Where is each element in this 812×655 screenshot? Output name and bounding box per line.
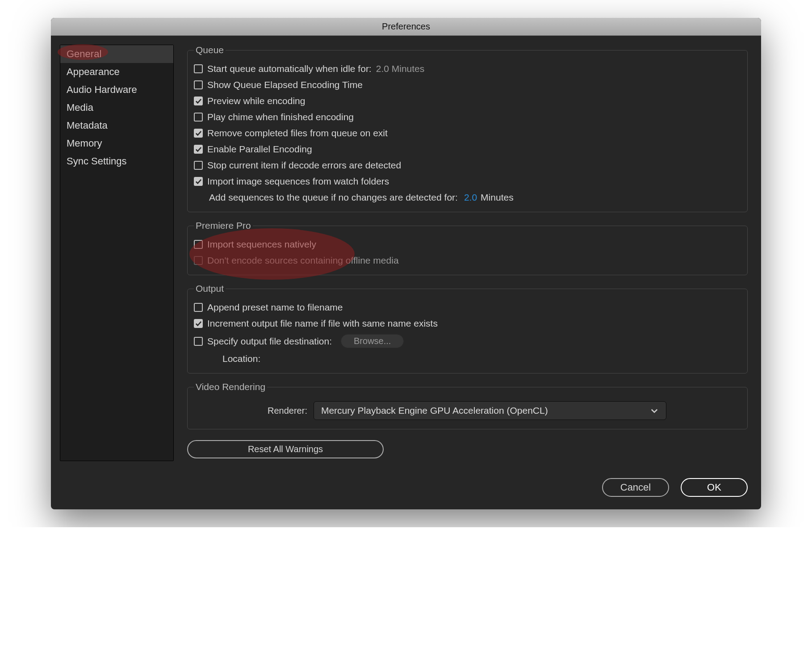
- checkbox-show-elapsed[interactable]: [194, 80, 203, 89]
- main-panel: Queue Start queue automatically when idl…: [187, 45, 752, 461]
- label-renderer: Renderer:: [268, 406, 307, 416]
- sidebar-item-media[interactable]: Media: [60, 99, 173, 117]
- row-play-chime: Play chime when finished encoding: [194, 109, 741, 125]
- ok-button[interactable]: OK: [681, 478, 748, 497]
- renderer-select[interactable]: Mercury Playback Engine GPU Acceleration…: [314, 401, 666, 420]
- row-location: Location:: [194, 351, 741, 367]
- reset-warnings-row: Reset All Warnings: [187, 437, 748, 461]
- row-renderer: Renderer: Mercury Playback Engine GPU Ac…: [194, 398, 741, 423]
- checkbox-start-idle[interactable]: [194, 64, 203, 73]
- window-content: General Appearance Audio Hardware Media …: [51, 36, 761, 470]
- group-premiere: Premiere Pro Import sequences natively D…: [187, 220, 748, 275]
- label: Play chime when finished encoding: [207, 112, 354, 122]
- group-legend: Output: [194, 283, 226, 294]
- row-append-preset: Append preset name to filename: [194, 299, 741, 315]
- row-import-watch: Import image sequences from watch folder…: [194, 173, 741, 189]
- sidebar-item-appearance[interactable]: Appearance: [60, 63, 173, 81]
- window-title: Preferences: [382, 21, 430, 32]
- label: Preview while encoding: [207, 96, 305, 106]
- check-icon: [195, 130, 202, 137]
- label: Append preset name to filename: [207, 302, 343, 313]
- sidebar-item-label: Metadata: [67, 120, 108, 131]
- group-queue: Queue Start queue automatically when idl…: [187, 45, 748, 212]
- window-titlebar: Preferences: [51, 18, 761, 36]
- browse-button[interactable]: Browse...: [341, 334, 404, 348]
- group-output: Output Append preset name to filename In…: [187, 283, 748, 374]
- sidebar-item-label: Memory: [67, 138, 102, 149]
- label: Import image sequences from watch folder…: [207, 176, 389, 187]
- checkbox-specify-dest[interactable]: [194, 337, 203, 346]
- label: Increment output file name if file with …: [207, 318, 438, 329]
- label: Remove completed files from queue on exi…: [207, 128, 388, 139]
- checkbox-import-watch[interactable]: [194, 177, 203, 186]
- row-dont-encode-offline: Don't encode sources containing offline …: [194, 252, 741, 269]
- sidebar-item-memory[interactable]: Memory: [60, 134, 173, 152]
- row-start-idle: Start queue automatically when idle for:…: [194, 61, 741, 77]
- checkbox-dont-encode-offline: [194, 256, 203, 265]
- group-legend: Video Rendering: [194, 382, 267, 392]
- row-remove-completed: Remove completed files from queue on exi…: [194, 125, 741, 141]
- checkbox-play-chime[interactable]: [194, 113, 203, 122]
- checkbox-append-preset[interactable]: [194, 303, 203, 312]
- value-add-sequences[interactable]: 2.0: [464, 192, 477, 203]
- label: Add sequences to the queue if no changes…: [209, 192, 458, 203]
- sidebar-item-label: Audio Hardware: [67, 84, 137, 95]
- checkbox-stop-decode[interactable]: [194, 161, 203, 170]
- check-icon: [195, 178, 202, 185]
- check-icon: [195, 320, 202, 327]
- checkbox-import-native[interactable]: [194, 240, 203, 249]
- label: Specify output file destination:: [207, 336, 332, 347]
- group-video-rendering: Video Rendering Renderer: Mercury Playba…: [187, 382, 748, 429]
- row-stop-decode: Stop current item if decode errors are d…: [194, 157, 741, 173]
- renderer-value: Mercury Playback Engine GPU Acceleration…: [321, 405, 548, 416]
- row-increment-output: Increment output file name if file with …: [194, 315, 741, 332]
- sidebar-item-metadata[interactable]: Metadata: [60, 117, 173, 134]
- checkbox-increment-output[interactable]: [194, 319, 203, 328]
- label: Don't encode sources containing offline …: [207, 255, 399, 266]
- row-preview-encoding: Preview while encoding: [194, 93, 741, 109]
- row-specify-dest: Specify output file destination: Browse.…: [194, 332, 741, 351]
- dialog-button-bar: Cancel OK: [51, 470, 761, 509]
- preferences-window: Preferences General Appearance Audio Har…: [51, 18, 761, 509]
- label: Show Queue Elapsed Encoding Time: [207, 80, 363, 90]
- checkbox-preview-encoding[interactable]: [194, 97, 203, 105]
- label: Start queue automatically when idle for:: [207, 63, 372, 74]
- unit-add-sequences: Minutes: [481, 192, 514, 203]
- sidebar-item-label: Appearance: [67, 66, 120, 77]
- value-start-idle: 2.0 Minutes: [376, 63, 425, 74]
- row-add-sequences: Add sequences to the queue if no changes…: [194, 189, 741, 206]
- label: Stop current item if decode errors are d…: [207, 160, 401, 171]
- check-icon: [195, 98, 202, 105]
- sidebar-item-label: Sync Settings: [67, 155, 127, 167]
- row-import-native: Import sequences natively: [194, 236, 741, 252]
- chevron-down-icon: [650, 406, 659, 415]
- label: Import sequences natively: [207, 239, 316, 250]
- sidebar-item-sync-settings[interactable]: Sync Settings: [60, 152, 173, 170]
- cancel-button[interactable]: Cancel: [602, 478, 669, 497]
- group-legend: Queue: [194, 45, 226, 55]
- row-parallel-encoding: Enable Parallel Encoding: [194, 141, 741, 157]
- checkbox-remove-completed[interactable]: [194, 129, 203, 138]
- sidebar: General Appearance Audio Hardware Media …: [60, 45, 174, 461]
- label-location: Location:: [222, 353, 260, 364]
- sidebar-item-audio-hardware[interactable]: Audio Hardware: [60, 81, 173, 99]
- group-legend: Premiere Pro: [194, 220, 253, 231]
- checkbox-parallel-encoding[interactable]: [194, 145, 203, 154]
- sidebar-item-label: General: [67, 48, 101, 59]
- row-show-elapsed: Show Queue Elapsed Encoding Time: [194, 77, 741, 93]
- sidebar-item-label: Media: [67, 102, 93, 113]
- label: Enable Parallel Encoding: [207, 144, 312, 155]
- sidebar-item-general[interactable]: General: [60, 45, 173, 63]
- reset-warnings-button[interactable]: Reset All Warnings: [187, 440, 384, 458]
- check-icon: [195, 146, 202, 153]
